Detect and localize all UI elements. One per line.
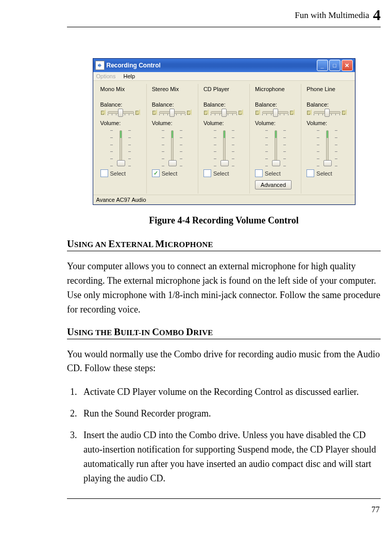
select-label: Select [213, 170, 229, 177]
volume-label: Volume: [100, 120, 141, 126]
volume-ticks-right [283, 130, 286, 166]
advanced-button[interactable]: Advanced [255, 180, 292, 189]
channel-strip-area: Mono MixBalance:Volume:SelectStereo MixB… [93, 81, 355, 195]
balance-slider[interactable] [108, 109, 134, 116]
channel-name: CD Player [203, 86, 244, 92]
balance-slider[interactable] [262, 109, 288, 116]
select-checkbox[interactable] [100, 169, 108, 177]
speaker-left-icon [152, 109, 158, 115]
chapter-number: 4 [373, 6, 381, 23]
volume-ticks-left [214, 130, 216, 166]
volume-slider[interactable] [272, 130, 279, 166]
balance-slider[interactable] [159, 109, 185, 116]
close-button[interactable]: ✕ [342, 60, 353, 71]
recording-control-window: Recording Control _ □ ✕ Options Help Mon… [93, 58, 355, 205]
volume-ticks-right [128, 130, 131, 166]
channel-name: Stereo Mix [152, 86, 193, 92]
section-rule [67, 251, 381, 251]
balance-label: Balance: [152, 101, 193, 108]
volume-ticks-right [232, 130, 234, 166]
volume-slider[interactable] [117, 130, 124, 166]
footer-rule [67, 498, 381, 499]
list-item: Activate CD Player volume on the Recordi… [79, 385, 381, 400]
select-checkbox[interactable] [203, 169, 211, 177]
menu-options[interactable]: Options [96, 73, 116, 79]
channel-strip: CD PlayerBalance:Volume:Select [198, 84, 250, 194]
speaker-left-icon [203, 109, 210, 115]
paragraph-ext-mic: Your computer allows you to connect an e… [67, 259, 381, 317]
steps-list: Activate CD Player volume on the Recordi… [67, 385, 381, 485]
select-label: Select [265, 170, 281, 177]
volume-ticks-right [180, 130, 182, 166]
heading-external-microphone: USING AN EXTERNAL MICROPHONE [67, 238, 381, 250]
maximize-button[interactable]: □ [329, 60, 340, 71]
list-item: Insert the audio CD into the Combo drive… [79, 428, 381, 486]
svg-marker-1 [99, 63, 101, 67]
volume-ticks-left [110, 130, 113, 166]
page-number: 77 [67, 505, 381, 514]
speaker-left-icon [255, 109, 261, 115]
heading-combo-drive: USING THE BUILT-IN COMBO DRIVE [67, 326, 381, 338]
balance-label: Balance: [255, 101, 296, 108]
figure-caption: Figure 4-4 Recording Volume Control [67, 215, 381, 226]
channel-name: Microphone [255, 86, 296, 92]
volume-label: Volume: [255, 120, 296, 126]
balance-label: Balance: [100, 101, 141, 108]
header-title: Fun with Multimedia [295, 10, 369, 20]
app-icon [95, 61, 105, 70]
menu-help[interactable]: Help [123, 73, 135, 79]
paragraph-combo-intro: You would normally use the Combo drive f… [67, 348, 381, 376]
speaker-left-icon [306, 109, 313, 115]
header-rule [67, 27, 381, 27]
section-rule [67, 339, 381, 339]
running-header: Fun with Multimedia 4 [67, 5, 381, 26]
list-item: Run the Sound Recorder program. [79, 407, 381, 421]
volume-slider[interactable] [168, 130, 176, 166]
channel-name: Phone Line [306, 86, 347, 92]
volume-ticks-right [335, 130, 337, 166]
figure-recording-control: Recording Control _ □ ✕ Options Help Mon… [67, 58, 381, 226]
balance-slider[interactable] [314, 109, 340, 116]
titlebar[interactable]: Recording Control _ □ ✕ [93, 59, 355, 72]
svg-rect-0 [98, 64, 99, 66]
speaker-right-icon [289, 109, 296, 115]
speaker-right-icon [135, 109, 141, 115]
select-label: Select [316, 170, 332, 177]
select-checkbox[interactable] [306, 169, 314, 177]
speaker-right-icon [342, 109, 348, 115]
balance-label: Balance: [306, 101, 347, 108]
balance-slider[interactable] [211, 109, 237, 116]
statusbar: Avance AC97 Audio [93, 195, 355, 204]
speaker-right-icon [238, 109, 244, 115]
volume-label: Volume: [203, 120, 244, 126]
select-checkbox[interactable] [152, 169, 160, 177]
channel-strip: Phone LineBalance:Volume:Select [301, 84, 352, 194]
volume-ticks-left [317, 130, 319, 166]
select-checkbox[interactable] [255, 169, 263, 177]
channel-strip: Mono MixBalance:Volume:Select [95, 84, 147, 194]
minimize-button[interactable]: _ [317, 60, 328, 71]
menubar: Options Help [93, 72, 355, 81]
channel-strip: Stereo MixBalance:Volume:Select [147, 84, 198, 194]
volume-ticks-left [265, 130, 268, 166]
volume-slider[interactable] [220, 130, 228, 166]
select-label: Select [162, 170, 178, 177]
channel-name: Mono Mix [100, 86, 141, 92]
channel-strip: MicrophoneBalance:Volume:SelectAdvanced [250, 84, 301, 194]
volume-label: Volume: [306, 120, 347, 126]
speaker-left-icon [100, 109, 107, 115]
select-label: Select [110, 170, 126, 177]
volume-ticks-left [162, 130, 164, 166]
balance-label: Balance: [203, 101, 244, 108]
speaker-right-icon [186, 109, 193, 115]
volume-label: Volume: [152, 120, 193, 126]
volume-slider[interactable] [323, 130, 331, 166]
window-title: Recording Control [107, 62, 315, 69]
